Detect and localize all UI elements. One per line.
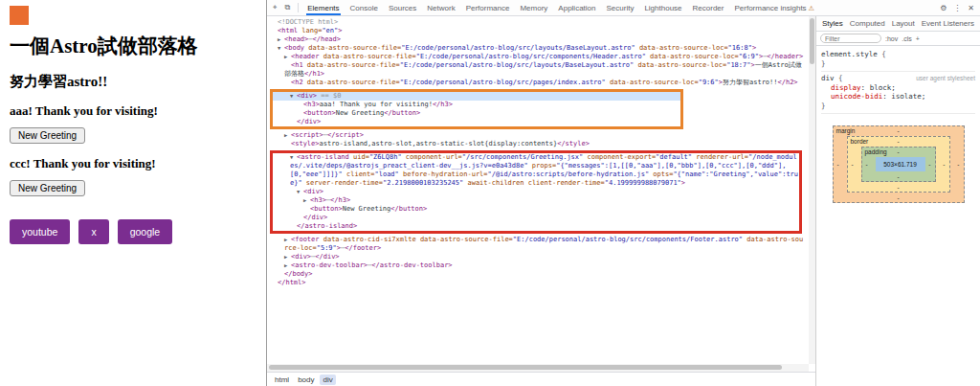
devtools-tab-security[interactable]: Security	[605, 1, 635, 15]
padding-left-value[interactable]: -	[866, 160, 868, 170]
styles-toggle-hov[interactable]: :hov	[885, 35, 898, 42]
dom-tree-line[interactable]: ▼<div>	[273, 188, 799, 196]
css-property-unicode-bidi[interactable]: unicode-bidiisolate	[821, 92, 975, 102]
content-dimensions: 503×61.719	[883, 160, 917, 170]
dom-tree-line[interactable]: </body>	[267, 270, 806, 279]
site-page: 一個Astro試做部落格 努力學習astro!! aaa! Thank you …	[0, 0, 266, 386]
box-model-border[interactable]: border - - - - padding - - -	[847, 136, 950, 193]
new-greeting-button-1[interactable]: New Greeting	[10, 127, 85, 144]
vertical-scrollbar[interactable]	[809, 16, 815, 364]
css-rule-div[interactable]: div { user agent stylesheet displayblock…	[821, 72, 975, 114]
social-link-youtube[interactable]: youtube	[10, 219, 70, 244]
dom-tree-line[interactable]: ▶<script>⋯</script>	[267, 131, 806, 140]
dom-tree-line[interactable]: ▼<astro-island uid="Z6LQ8h" component-ur…	[273, 153, 799, 188]
dom-tree-line[interactable]: </astro-island>	[273, 222, 799, 231]
collapse-arrow-icon[interactable]: ▼	[278, 44, 284, 53]
dom-tree-line[interactable]: ▶<header data-astro-source-file="E:/code…	[267, 53, 806, 61]
dom-tree-line[interactable]: <h2 data-astro-source-file="E:/code/pers…	[267, 79, 806, 87]
dom-tree-line[interactable]: ▼<div> == $0	[273, 92, 680, 101]
close-devtools-icon[interactable]: ✕	[968, 4, 974, 12]
devtools-tab-memory[interactable]: Memory	[519, 1, 548, 15]
box-model-padding[interactable]: padding - - - - 503×61.719	[861, 147, 936, 182]
breadcrumb-item-html[interactable]: html	[272, 375, 292, 385]
margin-right-value[interactable]: -	[957, 160, 959, 170]
dom-tree-line[interactable]: <html lang="en">	[267, 27, 806, 35]
devtools-tab-sources[interactable]: Sources	[388, 1, 417, 15]
devtools-tab-performance-insights[interactable]: Performance insights⚠	[733, 1, 814, 15]
arrow-spacer	[303, 205, 310, 214]
more-options-icon[interactable]: ⋮	[953, 4, 961, 12]
expand-arrow-icon[interactable]: ▶	[284, 236, 291, 244]
dom-tree-line[interactable]: </div>	[273, 118, 680, 126]
border-left-value[interactable]: -	[852, 160, 854, 170]
styles-toggle-cls[interactable]: .cls	[902, 35, 912, 42]
dom-tree-line[interactable]: <button>New Greeting</button>	[273, 109, 680, 118]
style-origin-label: user agent stylesheet	[916, 74, 975, 83]
expand-arrow-icon[interactable]: ▶	[284, 53, 291, 61]
breadcrumb-item-div[interactable]: div	[320, 375, 335, 385]
dom-tree-line[interactable]: </div>	[273, 214, 799, 222]
breadcrumb-item-body[interactable]: body	[295, 375, 317, 385]
collapse-arrow-icon[interactable]: ▼	[290, 92, 297, 101]
collapse-arrow-icon[interactable]: ▼	[297, 188, 303, 196]
css-property-display[interactable]: displayblock	[821, 83, 975, 93]
border-bottom-value[interactable]: -	[897, 183, 899, 193]
horizontal-scrollbar[interactable]	[267, 364, 809, 372]
margin-left-value[interactable]: -	[837, 160, 839, 170]
dom-tree-line[interactable]: <style>astro-island,astro-slot,astro-sta…	[267, 140, 806, 148]
devtools-tab-network[interactable]: Network	[426, 1, 456, 15]
devtools-tab-recorder[interactable]: Recorder	[692, 1, 725, 15]
devtools-tab-performance[interactable]: Performance	[465, 1, 511, 15]
expand-arrow-icon[interactable]: ▶	[303, 196, 310, 205]
styles-tab-event-listeners[interactable]: Event Listeners	[922, 19, 974, 28]
social-link-x[interactable]: x	[78, 219, 108, 244]
expand-arrow-icon[interactable]: ▶	[284, 261, 291, 270]
settings-gear-icon[interactable]: ⚙	[940, 4, 947, 12]
margin-bottom-value[interactable]: -	[897, 193, 899, 203]
dom-tree-line[interactable]: ▼<body data-astro-source-file="E:/code/p…	[267, 44, 806, 53]
social-link-google[interactable]: google	[118, 219, 173, 244]
dom-tree-line[interactable]: ▶<div>⋯</div>	[267, 253, 806, 261]
styles-tab-styles[interactable]: Styles	[822, 19, 843, 28]
elements-panel: <!DOCTYPE html> <html lang="en">▶<head>⋯…	[267, 16, 816, 386]
box-model-content[interactable]: 503×61.719	[876, 157, 925, 171]
dom-tree-line[interactable]: <button>New Greeting</button>	[273, 205, 799, 214]
devtools-panel: ⌖ ⧉ ElementsConsoleSourcesNetworkPerform…	[266, 0, 980, 386]
new-greeting-button-2[interactable]: New Greeting	[10, 180, 85, 196]
dom-tree-line[interactable]: </html>	[267, 279, 806, 287]
devtools-tab-console[interactable]: Console	[349, 1, 379, 15]
vertical-scrollbar-thumb[interactable]	[810, 18, 814, 64]
device-toolbar-icon[interactable]: ⧉	[285, 3, 291, 12]
devtools-toolbar: ⌖ ⧉ ElementsConsoleSourcesNetworkPerform…	[267, 0, 980, 16]
devtools-tab-application[interactable]: Application	[557, 1, 596, 15]
dom-tree-line[interactable]: <!DOCTYPE html>	[267, 18, 806, 27]
expand-arrow-icon[interactable]: ▶	[278, 35, 284, 44]
padding-right-value[interactable]: -	[928, 160, 930, 170]
inspect-element-icon[interactable]: ⌖	[273, 3, 278, 12]
styles-content: element.style { } div { user agent style…	[816, 46, 980, 386]
css-rule-element-style[interactable]: element.style { }	[821, 48, 975, 72]
dom-tree-line[interactable]: ▶<footer data-astro-cid-si7xmlte data-as…	[267, 236, 806, 253]
styles-filter-input[interactable]	[820, 34, 881, 43]
devtools-tab-lighthouse[interactable]: Lighthouse	[643, 1, 682, 15]
dom-tree-line[interactable]: ▶<head>⋯</head>	[267, 35, 806, 44]
dom-tree-line[interactable]: <h1 data-astro-source-file="E:/code/pers…	[267, 61, 806, 79]
dom-tree-line[interactable]: <h3>aaa! Thank you for visiting!</h3>	[273, 101, 680, 109]
styles-tab-computed[interactable]: Computed	[850, 19, 885, 28]
dom-tree-line[interactable]: ▶<h3>⋯</h3>	[273, 196, 799, 205]
horizontal-scrollbar-thumb[interactable]	[269, 365, 782, 370]
styles-toggle-[interactable]: +	[916, 35, 920, 42]
dom-tree-line[interactable]: ▶<astro-dev-toolbar>⋯</astro-dev-toolbar…	[267, 261, 806, 270]
styles-tab-layout[interactable]: Layout	[892, 19, 915, 28]
padding-top-value[interactable]: -	[897, 148, 899, 157]
border-top-value[interactable]: -	[897, 137, 899, 147]
expand-arrow-icon[interactable]: ▶	[284, 131, 291, 140]
devtools-tab-elements[interactable]: Elements	[306, 1, 340, 15]
expand-arrow-icon[interactable]: ▶	[284, 253, 291, 261]
padding-label: padding	[865, 148, 887, 157]
padding-bottom-value[interactable]: -	[897, 172, 899, 182]
border-right-value[interactable]: -	[943, 160, 945, 170]
margin-top-value[interactable]: -	[897, 126, 899, 136]
box-model-margin[interactable]: margin - - - - border - - - -	[833, 125, 965, 203]
collapse-arrow-icon[interactable]: ▼	[290, 153, 297, 162]
